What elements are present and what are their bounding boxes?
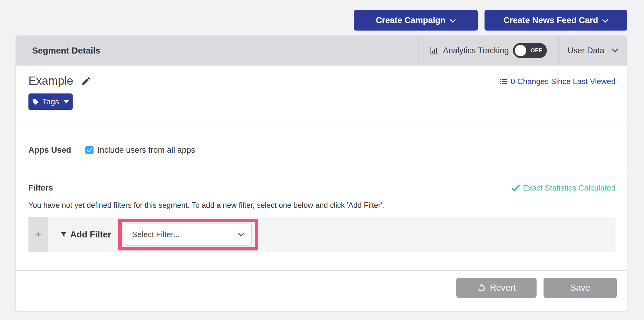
user-data-dropdown[interactable]: User Data <box>558 36 627 65</box>
include-all-apps-checkbox[interactable] <box>85 146 94 154</box>
add-filter-plus-button[interactable]: + <box>28 217 48 252</box>
tag-icon <box>32 98 39 105</box>
user-data-label: User Data <box>567 46 604 55</box>
toggle-knob <box>515 45 526 56</box>
segment-name: Example <box>28 74 73 87</box>
chevron-down-icon <box>612 48 618 53</box>
add-filter-label: Add Filter <box>70 230 111 240</box>
check-icon <box>512 185 520 191</box>
apps-used-label: Apps Used <box>28 145 85 155</box>
chevron-down-icon <box>238 233 245 237</box>
annotation-highlight-box: Select Filter... <box>118 219 258 250</box>
card-header: Segment Details Analytics Tracking OFF U… <box>16 36 627 66</box>
save-label: Save <box>570 283 590 293</box>
select-filter-dropdown[interactable]: Select Filter... <box>125 224 252 246</box>
create-campaign-label: Create Campaign <box>376 15 445 25</box>
include-all-apps-label: Include users from all apps <box>97 145 195 155</box>
exact-statistics-label: Exact Statistics Calculated <box>523 183 616 193</box>
save-button[interactable]: Save <box>544 278 617 298</box>
exact-statistics-status: Exact Statistics Calculated <box>512 183 616 193</box>
chevron-down-icon <box>602 15 608 25</box>
plus-icon: + <box>35 229 41 240</box>
card-footer: Revert Save <box>16 271 627 311</box>
revert-label: Revert <box>490 283 516 293</box>
create-news-feed-card-button[interactable]: Create News Feed Card <box>485 10 627 31</box>
revert-button[interactable]: Revert <box>456 278 537 298</box>
chevron-down-icon <box>450 15 456 25</box>
tags-label: Tags <box>42 97 59 106</box>
toggle-state-label: OFF <box>531 47 543 54</box>
create-campaign-button[interactable]: Create Campaign <box>354 10 478 31</box>
analytics-tracking-section: Analytics Tracking OFF <box>418 36 558 65</box>
top-action-bar: Create Campaign Create News Feed Card <box>354 10 627 31</box>
add-filter-row: + Add Filter Select Filter... <box>28 217 616 252</box>
analytics-tracking-label: Analytics Tracking <box>443 46 509 55</box>
change-list-icon <box>499 77 508 86</box>
edit-pencil-icon[interactable] <box>81 76 91 86</box>
filters-section: Filters Exact Statistics Calculated You … <box>16 174 627 271</box>
bar-chart-icon <box>430 46 439 55</box>
select-filter-placeholder: Select Filter... <box>132 230 180 239</box>
revert-icon <box>477 284 486 292</box>
include-all-apps-row: Include users from all apps <box>85 145 195 155</box>
caret-down-icon <box>64 100 69 103</box>
segment-details-card: Segment Details Analytics Tracking OFF U… <box>15 35 627 312</box>
apps-used-section: Apps Used Include users from all apps <box>16 126 627 174</box>
funnel-icon <box>60 231 67 238</box>
changes-since-last-viewed-link[interactable]: 0 Changes Since Last Viewed <box>499 77 616 86</box>
segment-name-section: Example 0 Changes Since Last Viewed <box>16 66 627 126</box>
filters-heading: Filters <box>28 183 53 193</box>
create-news-feed-label: Create News Feed Card <box>504 15 598 25</box>
analytics-tracking-toggle[interactable]: OFF <box>513 43 547 58</box>
filters-empty-text: You have not yet defined filters for thi… <box>28 201 616 210</box>
changes-link-label: 0 Changes Since Last Viewed <box>511 77 616 86</box>
page-title: Segment Details <box>16 36 418 65</box>
add-filter-group: Add Filter <box>60 230 111 240</box>
tags-button[interactable]: Tags <box>28 93 73 110</box>
